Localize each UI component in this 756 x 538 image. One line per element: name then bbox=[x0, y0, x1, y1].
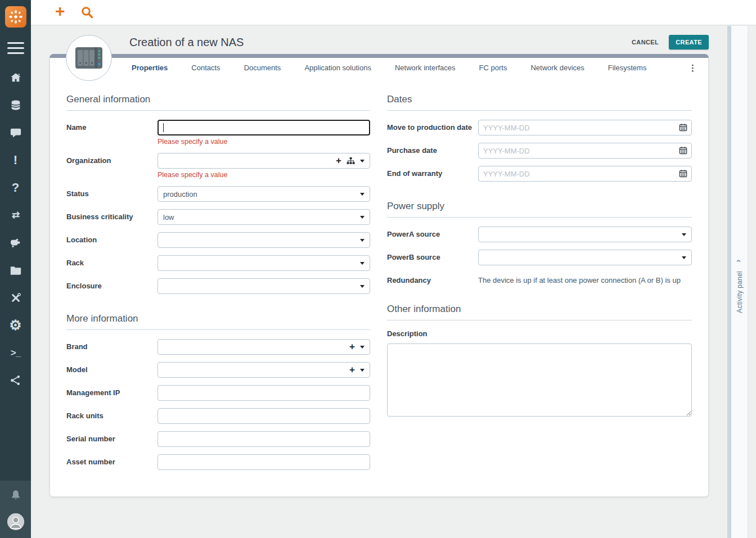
field-row-enclosure: Enclosure bbox=[66, 278, 370, 294]
logo-snowflake-icon bbox=[8, 10, 23, 24]
chevron-down-icon bbox=[360, 285, 364, 288]
tab-properties[interactable]: Properties bbox=[120, 58, 179, 78]
management-ip-input[interactable] bbox=[158, 385, 370, 401]
tab-filesystems[interactable]: Filesystems bbox=[596, 58, 659, 78]
calendar-icon[interactable] bbox=[679, 123, 687, 134]
purchase-date-input[interactable] bbox=[478, 143, 692, 159]
cancel-button[interactable]: CANCEL bbox=[629, 35, 661, 49]
create-button[interactable]: CREATE bbox=[669, 35, 709, 49]
power-a-select[interactable] bbox=[478, 227, 692, 242]
field-row-organization: Organization + bbox=[66, 153, 370, 179]
organization-select[interactable]: + bbox=[158, 153, 370, 169]
tab-application-solutions[interactable]: Application solutions bbox=[292, 58, 383, 78]
card-top-bar bbox=[50, 54, 709, 58]
terminal-icon[interactable]: >_ bbox=[9, 346, 22, 359]
panel-divider[interactable] bbox=[727, 26, 731, 538]
transfer-arrows-icon[interactable]: ⇄ bbox=[9, 209, 22, 221]
business-criticality-select[interactable]: low bbox=[158, 209, 370, 225]
nas-class-icon bbox=[66, 35, 112, 81]
power-b-select[interactable] bbox=[478, 250, 692, 265]
description-label: Description bbox=[387, 329, 692, 338]
field-row-end-of-warranty: End of warranty bbox=[387, 166, 692, 182]
menu-icon[interactable] bbox=[7, 42, 24, 54]
field-row-redundancy: Redundancy The device is up if at least … bbox=[387, 273, 692, 284]
gear-icon[interactable]: ⚙ bbox=[9, 319, 22, 332]
status-select[interactable]: production bbox=[158, 186, 370, 202]
database-icon[interactable] bbox=[9, 98, 22, 111]
field-row-move-to-production: Move to production date bbox=[387, 120, 692, 135]
field-row-serial-number: Serial number bbox=[66, 431, 370, 447]
new-object-button[interactable]: + bbox=[55, 3, 65, 20]
search-icon[interactable] bbox=[80, 6, 94, 19]
redundancy-text: The device is up if at least one power c… bbox=[478, 273, 692, 284]
end-of-warranty-date-input[interactable] bbox=[478, 166, 692, 182]
comment-icon[interactable] bbox=[9, 126, 22, 139]
activity-panel-toggle[interactable]: ‹ Activity panel bbox=[731, 26, 748, 538]
enclosure-select[interactable] bbox=[158, 278, 370, 294]
itop-logo[interactable] bbox=[5, 6, 26, 28]
rack-select[interactable] bbox=[158, 255, 370, 271]
brand-select[interactable]: + bbox=[158, 339, 370, 355]
section-power-supply: Power supply bbox=[387, 201, 692, 218]
add-organization-icon[interactable]: + bbox=[336, 156, 341, 165]
rack-units-input[interactable] bbox=[158, 408, 370, 424]
model-select[interactable]: + bbox=[158, 362, 370, 378]
tab-network-devices[interactable]: Network devices bbox=[519, 58, 596, 78]
serial-number-input[interactable] bbox=[158, 431, 370, 447]
exclamation-icon[interactable]: ! bbox=[9, 153, 22, 166]
chevron-down-icon bbox=[682, 233, 686, 236]
section-general-information: General information bbox=[66, 94, 370, 111]
chevron-down-icon[interactable] bbox=[360, 369, 364, 372]
activity-panel-label: Activity panel bbox=[736, 271, 744, 313]
nas-device-icon bbox=[75, 46, 103, 70]
home-icon[interactable] bbox=[9, 71, 22, 84]
user-avatar[interactable] bbox=[7, 513, 24, 530]
chevron-down-icon bbox=[682, 256, 686, 259]
folder-icon[interactable] bbox=[9, 264, 22, 277]
location-select[interactable] bbox=[158, 232, 370, 248]
asset-number-label: Asset number bbox=[66, 454, 158, 470]
question-icon[interactable]: ? bbox=[9, 181, 22, 194]
field-row-management-ip: Management IP bbox=[66, 385, 370, 401]
tab-network-interfaces[interactable]: Network interfaces bbox=[383, 58, 467, 78]
activity-panel-strip: ‹ Activity panel bbox=[727, 26, 756, 538]
section-other-information: Other information bbox=[387, 304, 692, 320]
field-row-rack-units: Rack units bbox=[66, 408, 370, 424]
redundancy-label: Redundancy bbox=[387, 273, 478, 284]
more-tabs-kebab-icon[interactable]: ⋮ bbox=[684, 63, 701, 73]
tab-fc-ports[interactable]: FC ports bbox=[467, 58, 519, 78]
page-head: Creation of a new NAS CANCEL CREATE bbox=[50, 31, 709, 53]
name-input[interactable] bbox=[158, 120, 370, 135]
field-row-name: Name Please specify a value bbox=[66, 120, 370, 146]
share-icon[interactable] bbox=[9, 374, 22, 387]
chevron-down-icon[interactable] bbox=[360, 346, 364, 349]
calendar-icon[interactable] bbox=[679, 169, 687, 180]
tab-contacts[interactable]: Contacts bbox=[179, 58, 232, 78]
power-a-label: PowerA source bbox=[387, 227, 478, 242]
chevron-left-icon[interactable]: ‹ bbox=[735, 260, 744, 263]
asset-number-input[interactable] bbox=[158, 454, 370, 470]
chevron-down-icon bbox=[360, 262, 364, 265]
hierarchy-icon[interactable] bbox=[346, 157, 355, 165]
field-row-asset-number: Asset number bbox=[66, 454, 370, 470]
chevron-down-icon[interactable] bbox=[360, 160, 364, 162]
status-label: Status bbox=[66, 186, 158, 202]
handshake-icon[interactable] bbox=[9, 236, 22, 249]
tab-documents[interactable]: Documents bbox=[232, 58, 293, 78]
add-model-icon[interactable]: + bbox=[349, 365, 355, 374]
description-textarea[interactable] bbox=[387, 343, 692, 417]
business-criticality-label: Business criticality bbox=[66, 209, 158, 225]
add-brand-icon[interactable]: + bbox=[349, 342, 355, 351]
purchase-date-label: Purchase date bbox=[387, 143, 478, 159]
bell-icon[interactable] bbox=[10, 489, 22, 504]
field-row-location: Location bbox=[66, 232, 370, 248]
tab-bar: Properties Contacts Documents Applicatio… bbox=[50, 58, 708, 78]
calendar-icon[interactable] bbox=[679, 146, 687, 157]
chevron-down-icon bbox=[360, 216, 364, 219]
tools-icon[interactable] bbox=[9, 291, 22, 304]
move-to-production-date-input[interactable] bbox=[478, 120, 692, 135]
section-more-information: More information bbox=[66, 313, 370, 330]
name-error: Please specify a value bbox=[158, 138, 370, 146]
sidebar: ! ? ⇄ ⚙ >_ bbox=[0, 0, 31, 538]
field-row-power-a: PowerA source bbox=[387, 227, 692, 242]
